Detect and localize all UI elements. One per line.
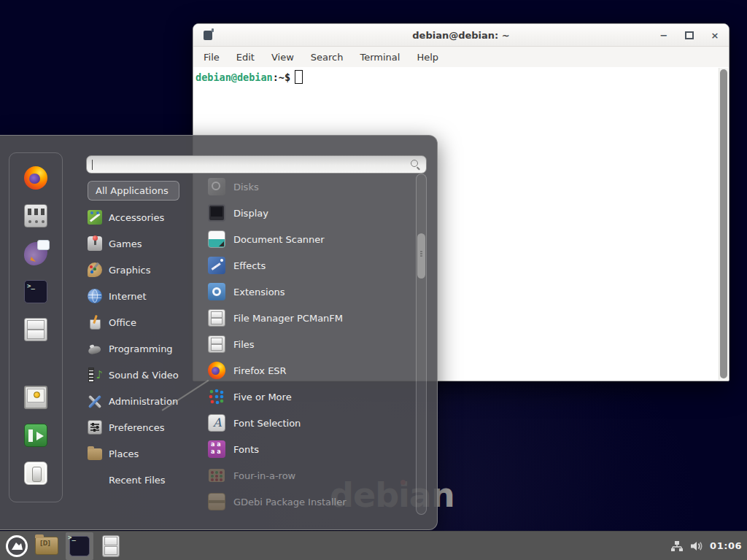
terminal-icon [69, 536, 90, 556]
menu-search[interactable]: Search [309, 50, 346, 64]
search-icon [411, 160, 420, 169]
category-preferences[interactable]: Preferences [88, 414, 203, 440]
all-applications-selected-button[interactable]: All Applications [88, 181, 179, 201]
favorite-control-panel-icon[interactable] [24, 204, 47, 228]
places-folder-icon [88, 448, 102, 460]
category-label: Preferences [109, 422, 164, 433]
app-fonts[interactable]: Fonts [208, 436, 409, 462]
lock-screen-icon[interactable] [24, 386, 47, 409]
favorite-terminal-icon[interactable] [24, 280, 47, 303]
app-label: Document Scanner [233, 234, 325, 245]
app-document-scanner[interactable]: Document Scanner [208, 226, 409, 252]
category-office[interactable]: Office [88, 309, 203, 335]
app-label: File Manager PCManFM [233, 313, 343, 324]
maximize-button[interactable] [684, 30, 694, 40]
app-label: Four-in-a-row [233, 470, 295, 481]
category-administration[interactable]: Administration [88, 388, 203, 414]
menu-search-box[interactable] [86, 155, 427, 174]
favorite-pidgin-icon[interactable] [24, 242, 47, 265]
menu-scrollbar[interactable] [416, 174, 427, 515]
category-places[interactable]: Places [88, 440, 203, 467]
app-disks[interactable]: Disks [208, 174, 409, 200]
taskbar-file-manager-button[interactable] [35, 537, 58, 555]
menu-edit[interactable]: Edit [234, 50, 257, 64]
search-caret [92, 160, 93, 170]
menu-terminal[interactable]: Terminal [357, 50, 402, 64]
volume-icon[interactable] [690, 540, 703, 553]
app-gdebi-package-installer[interactable]: GDebi Package Installer [208, 489, 409, 515]
app-files[interactable]: Files [208, 331, 409, 357]
app-effects[interactable]: Effects [208, 252, 409, 279]
category-all-applications[interactable]: All Applications [88, 178, 203, 204]
app-display[interactable]: Display [208, 200, 409, 226]
firefox-icon [208, 362, 225, 379]
shell-prompt: debian@debian:~$ [196, 70, 303, 84]
category-programming[interactable]: Programming [88, 335, 203, 362]
app-four-in-a-row[interactable]: Four-in-a-row [208, 462, 409, 489]
category-label: Graphics [109, 265, 150, 276]
taskbar-terminal-button-active[interactable] [66, 532, 93, 560]
application-list: Disks Display Document Scanner Effects E… [208, 174, 409, 515]
category-games[interactable]: Games [88, 230, 203, 257]
menu-view[interactable]: View [269, 50, 296, 64]
terminal-titlebar[interactable]: debian@debian: ~ − × [193, 24, 729, 47]
app-file-manager-pcmanfm[interactable]: File Manager PCManFM [208, 305, 409, 331]
file-cabinet-icon [102, 535, 120, 557]
favorite-firefox-icon[interactable] [24, 166, 47, 190]
close-button[interactable]: × [710, 30, 720, 40]
taskbar-clock[interactable]: 01:06 [710, 540, 742, 551]
category-internet[interactable]: Internet [88, 283, 203, 309]
document-scanner-icon [208, 230, 225, 248]
office-icon [88, 315, 102, 330]
menu-help[interactable]: Help [414, 50, 441, 64]
app-firefox-esr[interactable]: Firefox ESR [208, 357, 409, 384]
app-label: Font Selection [233, 418, 301, 429]
category-label: Office [109, 317, 136, 328]
app-label: Disks [233, 182, 259, 192]
app-five-or-more[interactable]: Five or More [208, 384, 409, 410]
taskbar-files-button[interactable] [102, 535, 120, 557]
category-label: All Applications [96, 185, 169, 196]
menu-button[interactable] [5, 534, 28, 558]
games-icon [88, 236, 102, 251]
category-recent-files[interactable]: Recent Files [88, 467, 203, 493]
terminal-scrollbar-thumb[interactable] [720, 69, 727, 378]
menu-file[interactable]: File [201, 50, 222, 64]
app-extensions[interactable]: Extensions [208, 279, 409, 305]
terminal-window-title: debian@debian: ~ [193, 30, 729, 41]
logout-icon[interactable] [24, 424, 47, 447]
app-label: Display [233, 208, 268, 219]
preferences-icon [88, 420, 102, 435]
taskbar: 01:06 [0, 531, 747, 560]
favorites-column [9, 152, 63, 502]
font-selection-icon [208, 414, 225, 432]
programming-icon [88, 341, 102, 356]
category-label: Internet [109, 291, 147, 302]
application-menu: All Applications Accessories Games Graph… [0, 135, 438, 530]
network-icon[interactable] [670, 540, 684, 553]
search-input[interactable] [87, 155, 411, 174]
graphics-icon [88, 262, 102, 277]
shutdown-icon[interactable] [24, 462, 47, 485]
category-label: Games [109, 238, 142, 249]
disks-icon [208, 178, 225, 195]
app-label: Files [233, 339, 255, 350]
terminal-scrollbar[interactable] [719, 68, 728, 380]
category-sound-video[interactable]: Sound & Video [88, 362, 203, 388]
terminal-cursor [295, 70, 303, 84]
effects-icon [208, 257, 225, 274]
display-icon [208, 204, 225, 222]
app-font-selection[interactable]: Font Selection [208, 410, 409, 436]
category-label: Places [109, 448, 139, 459]
four-in-a-row-icon [208, 467, 225, 484]
category-accessories[interactable]: Accessories [88, 204, 203, 230]
files-cabinet-icon [208, 335, 225, 353]
category-graphics[interactable]: Graphics [88, 257, 203, 283]
sound-video-icon [88, 368, 102, 382]
menu-logo-icon [5, 534, 28, 558]
file-manager-icon [208, 309, 225, 327]
menu-scrollbar-thumb[interactable] [417, 233, 425, 279]
prompt-suffix: :~$ [273, 71, 290, 83]
minimize-button[interactable]: − [659, 30, 669, 40]
favorite-file-cabinet-icon[interactable] [24, 318, 47, 341]
